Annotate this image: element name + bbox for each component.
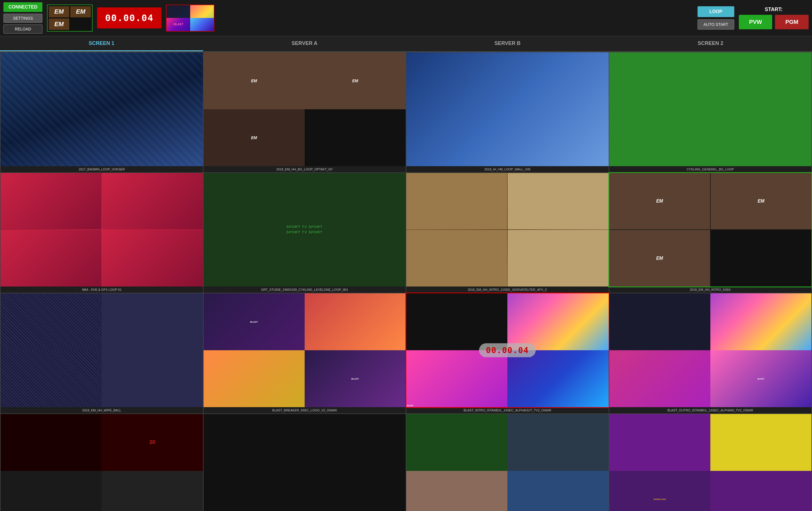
media-item-nba[interactable]: NBA - DVE & GFX LOOP 01 — [1, 173, 203, 293]
bb-c2 — [304, 293, 406, 350]
media-label-intro12: 2018_EM_HH_INTRO_12SEK_SKRIVEFELTER_AFV_… — [406, 287, 609, 293]
em-hh-c2: EM — [304, 52, 406, 109]
media-item-row4-1[interactable]: 20 — [1, 414, 203, 511]
nba-c4 — [102, 230, 203, 287]
bo-t1: BLAST — [758, 378, 764, 380]
media-thumb-row4-3 — [406, 414, 609, 511]
ei5-c1: EM — [609, 173, 710, 230]
wipe-c2 — [102, 293, 203, 350]
media-item-em-hh[interactable]: EM EM EM 2018_EM_HH_BG_LOOP_OPTAKT_NY — [204, 52, 406, 173]
media-label-badmin: 2017_BADMIN_LOOP_VOKSER — [1, 166, 203, 173]
media-label-ih-vm: 2018_IH_VM_LOOP_WALL_V05 — [406, 166, 609, 173]
media-item-em-intro5[interactable]: EM EM EM 2018_EM_HH_INTRO_5SEK — [609, 173, 812, 293]
blast-intro-timer: 00.00.04 — [479, 343, 536, 357]
top-left-buttons: CONNECTED SETTINGS RELOAD — [3, 2, 42, 34]
bb-t1: BLAST — [250, 321, 258, 323]
thumb-ih-vm-bg — [406, 52, 609, 166]
thumb-row4-3-bg — [406, 414, 609, 511]
media-label-blast-outro: BLAST_OUTRO_ISTANBUL_14SEC_ALPHAIN_TV2_O… — [609, 407, 812, 413]
auto-start-button[interactable]: AUTO START — [698, 19, 734, 30]
media-item-blast-outro[interactable]: BLAST BLAST_OUTRO_ISTANBUL_14SEC_ALPHAIN… — [609, 293, 812, 413]
thumb-badmin-bg — [1, 52, 203, 166]
ei5-c3: EM — [609, 230, 710, 287]
media-item-ih-vm[interactable]: 2018_IH_VM_LOOP_WALL_V05 — [406, 52, 609, 173]
settings-button[interactable]: SETTINGS — [3, 14, 42, 23]
media-thumb-wipe-ball — [1, 293, 203, 407]
r4-4-c1 — [609, 414, 710, 471]
r4-1-c2: 20 — [102, 414, 203, 471]
wipe-c4 — [102, 350, 203, 407]
media-item-sport[interactable]: SPORT TV SPORT SPORT TV SPORT ORT_STUDIE… — [204, 173, 406, 293]
loop-button[interactable]: LOOP — [698, 6, 734, 17]
tab-server-a[interactable]: SERVER A — [203, 36, 406, 51]
tab-server-b[interactable]: SERVER B — [406, 36, 609, 51]
media-thumb-cykling — [609, 52, 812, 166]
media-thumb-nba — [1, 173, 203, 287]
em-hh-c1: EM — [204, 52, 304, 109]
start-buttons: PVW PGM — [739, 15, 809, 29]
wipe-c1 — [1, 293, 102, 350]
media-thumb-em-hh: EM EM EM — [204, 52, 406, 166]
blast-cell-1 — [167, 5, 190, 18]
pvw-button[interactable]: PVW — [739, 15, 773, 29]
tab-screen1[interactable]: SCREEN 1 — [0, 36, 203, 51]
media-thumb-blast-intro: BLAST 00.00.04 — [406, 293, 609, 407]
connected-button[interactable]: CONNECTED — [3, 2, 42, 12]
bo-c1 — [609, 293, 710, 350]
thumb-blast-outro-bg: BLAST — [609, 293, 812, 407]
media-item-blast-breaker[interactable]: BLAST BLAST BLAST_BREAKER_4SEC_LOGO_V2_O… — [204, 293, 406, 413]
media-item-cykling[interactable]: CYKLING_GENEREL_BG_LOOP — [609, 52, 812, 173]
intro12-c3 — [406, 230, 507, 287]
right-controls: LOOP AUTO START — [698, 6, 734, 30]
ei5-c2: EM — [710, 173, 811, 230]
thumb-row4-2-bg: CasparCG2.0 — [204, 414, 406, 511]
media-thumb-blast-breaker: BLAST BLAST — [204, 293, 406, 407]
media-item-blast-intro[interactable]: BLAST 00.00.04 BLAST_INTRO_ISTANBUL_14SE… — [406, 293, 609, 413]
em-cell-1: EM — [49, 6, 69, 18]
thumb-row4-1-bg: 20 — [1, 414, 203, 511]
nba-c1 — [1, 173, 102, 230]
bo-c3 — [609, 350, 710, 407]
media-item-badmin[interactable]: 2017_BADMIN_LOOP_VOKSER — [1, 52, 203, 173]
start-label: START: — [765, 6, 783, 12]
r4-3-c3 — [406, 471, 508, 511]
r4-red-t: 20 — [149, 439, 155, 445]
thumb-nba-bg — [1, 173, 203, 287]
timer-display: 00.00.04 — [97, 7, 162, 28]
media-item-wipe-ball[interactable]: 2018_EM_HH_WIPE_BALL — [1, 293, 203, 413]
em-cell-3: EM — [49, 19, 69, 30]
r4-1-c3 — [1, 471, 102, 511]
tab-screen2[interactable]: SCREEN 2 — [609, 36, 812, 51]
media-thumb-ih-vm — [406, 52, 609, 166]
bi-c1 — [406, 293, 508, 350]
media-thumb-row4-1: 20 — [1, 414, 203, 511]
bb-t2: BLAST — [351, 378, 359, 380]
r4-3-c2 — [508, 414, 608, 471]
intro12-c4 — [508, 230, 608, 287]
blast-cell-4 — [190, 18, 214, 31]
pgm-button[interactable]: PGM — [775, 15, 809, 29]
top-bar: CONNECTED SETTINGS RELOAD EM EM EM 00.00… — [0, 0, 812, 36]
media-item-row4-4[interactable]: techno text — [609, 414, 812, 511]
media-label-blast-breaker: BLAST_BREAKER_4SEC_LOGO_V2_ONAIR — [204, 407, 406, 413]
r4-3-c4 — [508, 471, 608, 511]
media-item-row4-3[interactable] — [406, 414, 609, 511]
media-thumb-badmin — [1, 52, 203, 166]
media-label-sport: ORT_STUDIE_2400X320_CYKLING_LEVELONE_LOO… — [204, 287, 406, 293]
media-item-intro12[interactable]: 2018_EM_HH_INTRO_12SEK_SKRIVEFELTER_AFV_… — [406, 173, 609, 293]
bb-c1: BLAST — [204, 293, 304, 350]
bi-c3: BLAST — [406, 350, 508, 407]
media-thumb-intro12 — [406, 173, 609, 287]
media-item-row4-2[interactable]: CasparCG2.0 — [204, 414, 406, 511]
reload-button[interactable]: RELOAD — [3, 25, 42, 34]
media-label-em-hh: 2018_EM_HH_BG_LOOP_OPTAKT_NY — [204, 166, 406, 173]
em-hh-c3: EM — [204, 109, 304, 166]
blast-preview: BLAST — [166, 5, 214, 32]
media-thumb-sport: SPORT TV SPORT SPORT TV SPORT — [204, 173, 406, 287]
bb-c4: BLAST — [304, 350, 406, 407]
media-thumb-em-intro5: EM EM EM — [609, 173, 812, 287]
bi-t1: BLAST — [407, 404, 413, 407]
media-label-nba: NBA - DVE & GFX LOOP 01 — [1, 287, 203, 293]
sport-text-2: SPORT TV SPORT — [286, 230, 323, 235]
blast-cell-2 — [190, 5, 214, 18]
